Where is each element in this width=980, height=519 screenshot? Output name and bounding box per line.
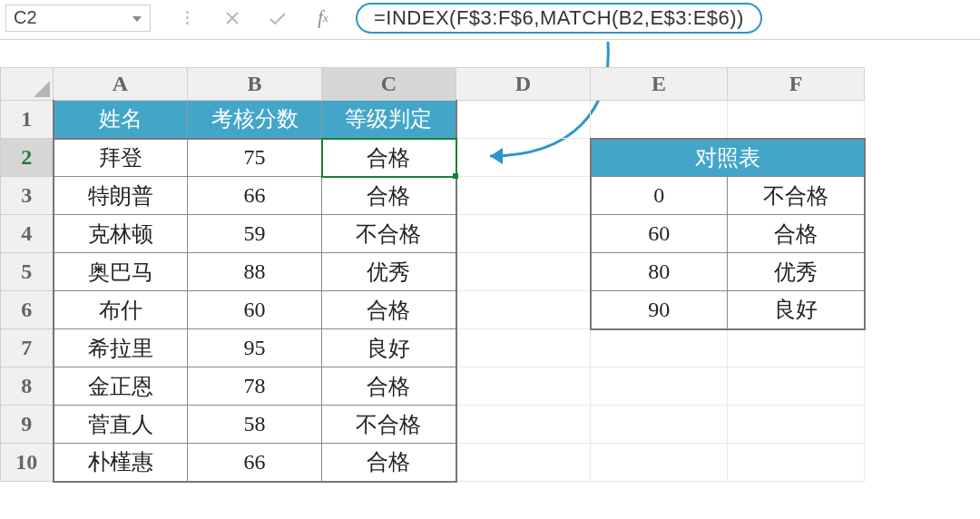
cell-B4[interactable]: 59 [188, 215, 322, 253]
cell-C10[interactable]: 合格 [322, 444, 456, 482]
cell-B8[interactable]: 78 [188, 367, 322, 406]
enter-icon[interactable] [265, 5, 290, 31]
cell-B1[interactable]: 考核分数 [188, 101, 322, 139]
cell-D3[interactable] [456, 177, 591, 215]
cell-A10[interactable]: 朴槿惠 [54, 444, 188, 482]
cell-D7[interactable] [456, 329, 591, 367]
cell-F10[interactable] [728, 444, 865, 482]
col-header-C[interactable]: C [322, 68, 456, 101]
cell-D2[interactable] [456, 139, 591, 177]
cell-E9[interactable] [591, 406, 728, 444]
row-header[interactable]: 2 [1, 139, 54, 177]
cell-A8[interactable]: 金正恩 [54, 367, 188, 406]
cell-E2F2[interactable]: 对照表 [591, 139, 865, 177]
cell-B3[interactable]: 66 [188, 177, 322, 215]
row-header[interactable]: 5 [1, 253, 54, 291]
cell-E10[interactable] [591, 444, 728, 482]
cell-F9[interactable] [728, 406, 865, 444]
cell-B9[interactable]: 58 [188, 406, 322, 444]
name-box[interactable]: C2 [5, 5, 151, 32]
cell-C4[interactable]: 不合格 [322, 215, 456, 253]
cell-A5[interactable]: 奥巴马 [54, 253, 188, 291]
cell-B2[interactable]: 75 [188, 139, 322, 177]
cell-B10[interactable]: 66 [188, 444, 322, 482]
row-header[interactable]: 10 [1, 444, 54, 482]
cancel-icon[interactable] [220, 5, 245, 31]
cell-A6[interactable]: 布什 [54, 291, 188, 329]
cell-E8[interactable] [591, 367, 728, 406]
cell-D5[interactable] [456, 253, 591, 291]
cell-F8[interactable] [728, 367, 865, 406]
worksheet-grid[interactable]: A B C D E F 1 姓名 考核分数 等级判定 2 拜登 75 合格 对照… [0, 67, 866, 483]
cell-D4[interactable] [456, 215, 591, 253]
chevron-down-icon[interactable] [128, 9, 146, 29]
row-header[interactable]: 8 [1, 367, 54, 406]
col-header-A[interactable]: A [54, 68, 188, 101]
formula-input[interactable]: =INDEX(F$3:F$6,MATCH(B2,E$3:E$6)) [356, 3, 762, 34]
cell-E6[interactable]: 90 [591, 291, 728, 329]
cell-C2[interactable]: 合格 [322, 139, 456, 177]
cell-D6[interactable] [456, 291, 591, 329]
cell-D1[interactable] [456, 101, 591, 139]
name-box-value: C2 [14, 7, 37, 28]
cell-A9[interactable]: 菅直人 [54, 406, 188, 444]
select-all-corner[interactable] [1, 68, 54, 101]
cell-A1[interactable]: 姓名 [54, 101, 188, 139]
more-icon[interactable] [174, 5, 200, 31]
formula-buttons: fx [174, 5, 336, 31]
cell-C9[interactable]: 不合格 [322, 406, 456, 444]
cell-E5[interactable]: 80 [591, 253, 728, 291]
cell-D9[interactable] [456, 406, 591, 444]
cell-F5[interactable]: 优秀 [728, 253, 865, 291]
col-header-B[interactable]: B [188, 68, 322, 101]
cell-E7[interactable] [591, 329, 728, 367]
row-header[interactable]: 3 [1, 177, 54, 215]
cell-C5[interactable]: 优秀 [322, 253, 456, 291]
col-header-F[interactable]: F [728, 68, 865, 101]
cell-F1[interactable] [728, 101, 865, 139]
cell-A4[interactable]: 克林顿 [54, 215, 188, 253]
cell-A2[interactable]: 拜登 [54, 139, 188, 177]
col-header-E[interactable]: E [591, 68, 728, 101]
formula-text: =INDEX(F$3:F$6,MATCH(B2,E$3:E$6)) [374, 6, 744, 30]
cell-D10[interactable] [456, 444, 591, 482]
cell-C1[interactable]: 等级判定 [322, 101, 456, 139]
cell-B7[interactable]: 95 [188, 329, 322, 367]
cell-F7[interactable] [728, 329, 865, 367]
row-header[interactable]: 1 [1, 101, 54, 139]
row-header[interactable]: 7 [1, 329, 54, 367]
formula-bar: C2 fx =INDEX(F$3:F$6,MATCH(B2,E$3:E$6)) [0, 0, 980, 40]
cell-C8[interactable]: 合格 [322, 367, 456, 406]
cell-A3[interactable]: 特朗普 [54, 177, 188, 215]
cell-D8[interactable] [456, 367, 591, 406]
cell-A7[interactable]: 希拉里 [54, 329, 188, 367]
row-header[interactable]: 9 [1, 406, 54, 444]
cell-C7[interactable]: 良好 [322, 329, 456, 367]
insert-function-icon[interactable]: fx [310, 5, 336, 31]
cell-E4[interactable]: 60 [591, 215, 728, 253]
cell-B6[interactable]: 60 [188, 291, 322, 329]
col-header-D[interactable]: D [456, 68, 591, 101]
cell-F6[interactable]: 良好 [728, 291, 865, 329]
row-header[interactable]: 4 [1, 215, 54, 253]
cell-B5[interactable]: 88 [188, 253, 322, 291]
cell-C3[interactable]: 合格 [322, 177, 456, 215]
cell-C6[interactable]: 合格 [322, 291, 456, 329]
cell-F3[interactable]: 不合格 [728, 177, 865, 215]
cell-F4[interactable]: 合格 [728, 215, 865, 253]
cell-E3[interactable]: 0 [591, 177, 728, 215]
row-header[interactable]: 6 [1, 291, 54, 329]
cell-E1[interactable] [591, 101, 728, 139]
